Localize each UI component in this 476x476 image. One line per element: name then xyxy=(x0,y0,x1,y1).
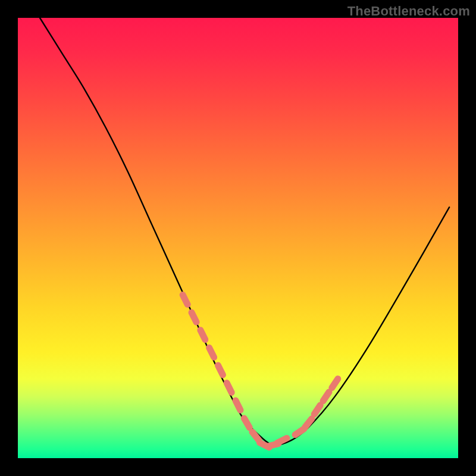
marker-group xyxy=(183,295,338,447)
marker-segment xyxy=(323,392,329,401)
chart-frame: TheBottleneck.com xyxy=(0,0,476,476)
marker-segment xyxy=(244,418,249,428)
marker-segment xyxy=(277,438,287,443)
marker-segment xyxy=(183,295,187,305)
plot-area xyxy=(18,18,458,458)
curve-svg xyxy=(18,18,458,458)
marker-segment xyxy=(252,432,259,440)
marker-segment xyxy=(295,429,304,435)
marker-segment xyxy=(236,400,240,410)
marker-segment xyxy=(218,365,223,375)
marker-segment xyxy=(332,379,338,388)
marker-segment xyxy=(227,383,231,393)
marker-segment xyxy=(192,312,196,322)
marker-segment xyxy=(314,405,320,414)
marker-segment xyxy=(201,330,205,340)
marker-segment xyxy=(209,347,214,357)
watermark-text: TheBottleneck.com xyxy=(347,4,470,19)
curve-line xyxy=(40,18,449,445)
